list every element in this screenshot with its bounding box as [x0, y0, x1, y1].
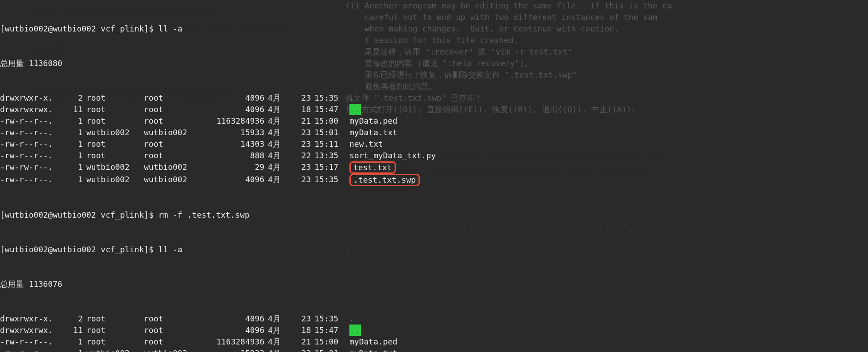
prompt-line-2: [wutbio002@wutbio002 vcf_plink]$ rm -f .…	[0, 209, 487, 221]
total-line-1: 总用量 1136080	[0, 58, 487, 69]
listing-row: drwxrwxr-x.2rootroot40964月2315:35.	[0, 92, 487, 104]
terminal[interactable]: [wutbio002@wutbio002 vcf_plink]$ ll -a 总…	[0, 0, 487, 352]
listing-row: -rw-r--r--.1rootroot8884月2213:35sort_myD…	[0, 150, 487, 161]
listing-row: drwxrwxrwx.11rootroot40964月1815:47..	[0, 325, 487, 336]
listing-row: -rw-r--r--.1wutbio002wutbio00240964月2315…	[0, 174, 487, 186]
listing-row: -rw-r--r--.1wutbio002wutbio002159334月231…	[0, 348, 487, 352]
listing-row: -rw-r--r--.1wutbio002wutbio002159334月231…	[0, 127, 487, 138]
file-listing-2: drwxrwxr-x.2rootroot40964月2315:35.drwxrw…	[0, 313, 487, 352]
prompt-line-3: [wutbio002@wutbio002 vcf_plink]$ ll -a	[0, 244, 487, 255]
listing-row: drwxrwxr-x.2rootroot40964月2315:35.	[0, 313, 487, 325]
listing-row: drwxrwxrwx.11rootroot40964月1815:47..	[0, 104, 487, 115]
listing-row: -rw-r--r--.1rootroot143034月2315:11new.tx…	[0, 138, 487, 150]
file-listing-1: drwxrwxr-x.2rootroot40964月2315:35.drwxrw…	[0, 92, 487, 186]
listing-row: -rw-r--r--.1rootroot11632849364月2115:00m…	[0, 115, 487, 127]
highlighted-filename: test.txt	[349, 161, 396, 174]
listing-row: -rw-rw-r--.1wutbio002wutbio002294月2315:1…	[0, 161, 487, 174]
highlighted-filename: .test.txt.swp	[349, 174, 420, 186]
listing-row: -rw-r--r--.1rootroot11632849364月2115:00m…	[0, 336, 487, 348]
prompt-line-1: [wutbio002@wutbio002 vcf_plink]$ ll -a	[0, 23, 487, 35]
total-line-2: 总用量 1136076	[0, 278, 487, 290]
